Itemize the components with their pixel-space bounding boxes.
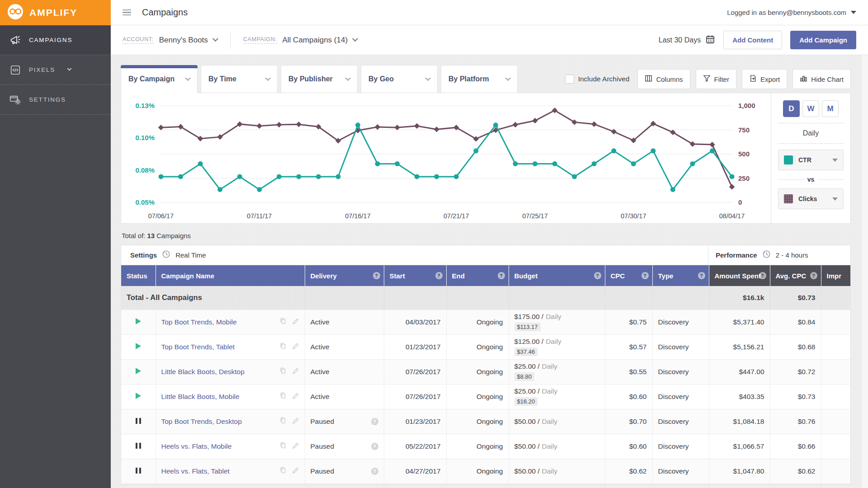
budget-period: Daily — [542, 362, 557, 370]
help-icon[interactable]: ? — [435, 272, 443, 279]
help-icon[interactable]: ? — [759, 272, 766, 279]
tab-by-campaign[interactable]: By Campaign — [121, 65, 198, 93]
columns-button[interactable]: Columns — [637, 69, 690, 89]
filter-button[interactable]: Filter — [696, 69, 736, 89]
status-cell[interactable] — [121, 434, 156, 459]
campaign-name-link[interactable]: Top Boot Trends, Mobile — [161, 318, 237, 326]
column-header-start[interactable]: Start? — [384, 265, 446, 286]
chevron-down-icon — [851, 11, 856, 14]
column-header-amount-spent[interactable]: Amount Spent? — [709, 265, 770, 286]
hide-chart-button[interactable]: Hide Chart — [793, 69, 851, 89]
copy-icon[interactable] — [279, 342, 287, 352]
status-cell[interactable] — [121, 459, 156, 483]
campaign-name-link[interactable]: Little Black Boots, Desktop — [161, 368, 245, 376]
help-icon[interactable]: ? — [373, 272, 380, 279]
granularity-w-button[interactable]: W — [802, 100, 819, 117]
edit-pencil-icon[interactable] — [292, 367, 299, 376]
campaign-name-link[interactable]: Top Boot Trends, Tablet — [161, 343, 235, 351]
end-date-cell: Ongoing — [446, 359, 509, 384]
sidebar-nav: CAMPAIGNSPIXELSSETTINGS — [0, 25, 111, 115]
status-cell[interactable] — [121, 384, 156, 409]
account-select[interactable]: ACCOUNT: Benny's Boots — [123, 36, 217, 45]
status-cell[interactable] — [121, 310, 156, 334]
help-icon[interactable]: ? — [698, 272, 705, 279]
edit-pencil-icon[interactable] — [292, 417, 299, 426]
copy-icon[interactable] — [279, 417, 287, 426]
column-header-impr[interactable]: Impr — [821, 265, 851, 286]
help-icon[interactable]: ? — [371, 443, 378, 450]
include-archived-toggle[interactable]: Include Archived — [565, 75, 630, 84]
copy-icon[interactable] — [279, 317, 287, 327]
chevron-down-icon — [345, 75, 351, 81]
campaign-label: CAMPAIGN: — [243, 36, 277, 44]
edit-pencil-icon[interactable] — [292, 318, 299, 327]
edit-pencil-icon[interactable] — [292, 467, 299, 476]
help-icon[interactable]: ? — [642, 272, 649, 279]
sidebar-item-campaigns[interactable]: CAMPAIGNS — [0, 25, 111, 55]
edit-pencil-icon[interactable] — [292, 392, 299, 401]
status-cell[interactable] — [121, 409, 156, 434]
copy-icon[interactable] — [279, 441, 287, 451]
date-range-picker[interactable]: Last 30 Days — [659, 34, 715, 46]
megaphone-icon — [9, 34, 22, 47]
column-header-avg-cpc[interactable]: Avg. CPC? — [770, 265, 821, 286]
column-header-cpc[interactable]: CPC? — [605, 265, 652, 286]
play-status-icon — [136, 368, 141, 374]
edit-pencil-icon[interactable] — [292, 343, 299, 352]
user-menu[interactable]: Logged in as benny@bennysboots.com — [727, 9, 856, 16]
export-button[interactable]: Export — [742, 69, 787, 89]
type-cell: Discovery — [652, 359, 709, 384]
start-date-cell: 04/03/2017 — [384, 310, 446, 334]
ctr-point — [178, 174, 183, 179]
add-campaign-button[interactable]: Add Campaign — [790, 31, 856, 49]
help-icon[interactable]: ? — [371, 418, 378, 425]
amount-spent-cell: $1,066.57 — [709, 434, 770, 459]
help-icon[interactable]: ? — [594, 272, 601, 279]
bar-chart-icon — [800, 75, 807, 84]
granularity-m-button[interactable]: M — [822, 100, 839, 117]
granularity-d-button[interactable]: D — [783, 100, 800, 117]
campaign-name-link[interactable]: Little Black Boots, Mobile — [161, 393, 240, 401]
sidebar-item-settings[interactable]: SETTINGS — [0, 85, 111, 115]
column-header-delivery[interactable]: Delivery? — [305, 265, 384, 286]
copy-icon[interactable] — [279, 466, 287, 476]
copy-icon[interactable] — [279, 367, 287, 376]
svg-text:750: 750 — [738, 126, 750, 134]
column-header-campaign-name[interactable]: Campaign Name — [156, 265, 305, 286]
include-archived-checkbox[interactable] — [565, 75, 574, 84]
ctr-point — [651, 148, 656, 153]
table-header-row: StatusCampaign NameDelivery?Start?End?Bu… — [121, 265, 851, 286]
copy-icon[interactable] — [279, 392, 287, 401]
column-header-end[interactable]: End? — [446, 265, 509, 286]
campaign-select[interactable]: CAMPAIGN: All Campaigns (14) — [243, 36, 357, 45]
help-icon[interactable]: ? — [371, 468, 378, 475]
scrollbar-track[interactable] — [861, 55, 868, 488]
tab-by-platform[interactable]: By Platform — [441, 65, 518, 93]
campaign-name-link[interactable]: Heels vs. Flats, Tablet — [161, 467, 230, 475]
cpc-cell: $0.57 — [605, 334, 652, 359]
status-cell[interactable] — [121, 359, 156, 384]
campaign-name-link[interactable]: Heels vs. Flats, Mobile — [161, 442, 232, 450]
vs-label: vs — [807, 176, 815, 183]
hamburger-menu-icon[interactable] — [123, 9, 131, 16]
edit-pencil-icon[interactable] — [292, 442, 299, 451]
budget-period: Daily — [546, 313, 561, 320]
status-cell[interactable] — [121, 334, 156, 359]
logo-block[interactable]: AMPLIFY — [0, 0, 111, 25]
tab-by-time[interactable]: By Time — [201, 65, 278, 93]
metric2-select[interactable]: Clicks — [778, 188, 844, 209]
help-icon[interactable]: ? — [498, 272, 505, 279]
end-date-cell: Ongoing — [446, 384, 509, 409]
metric1-select[interactable]: CTR — [778, 150, 844, 170]
tab-label: By Platform — [448, 75, 489, 83]
column-header-type[interactable]: Type? — [652, 265, 709, 286]
column-header-budget[interactable]: Budget? — [509, 265, 605, 286]
ctr-point — [159, 174, 164, 179]
tab-by-geo[interactable]: By Geo — [361, 65, 438, 93]
add-content-button[interactable]: Add Content — [723, 31, 782, 49]
campaign-name-link[interactable]: Top Boot Trends, Desktop — [161, 418, 242, 426]
tab-by-publisher[interactable]: By Publisher — [281, 65, 358, 93]
sidebar-item-pixels[interactable]: PIXELS — [0, 55, 111, 85]
help-icon[interactable]: ? — [810, 272, 817, 279]
column-header-status[interactable]: Status — [121, 265, 156, 286]
